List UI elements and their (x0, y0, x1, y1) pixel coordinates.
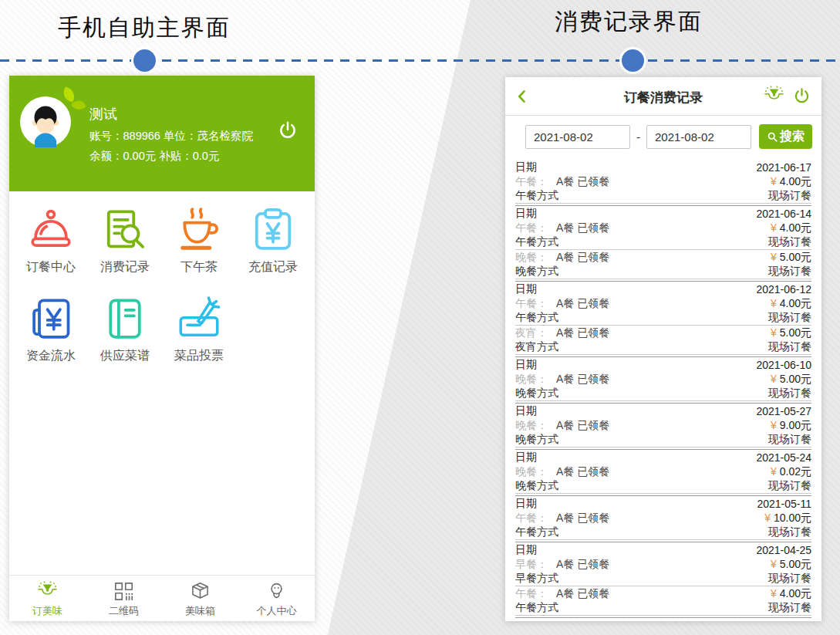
meal-description: A餐 已领餐 (556, 251, 609, 263)
menu-item-订餐中心[interactable]: 订餐中心 (14, 207, 88, 275)
meal-description: A餐 已领餐 (556, 465, 609, 478)
consumption-record: 日期2021-04-25早餐：A餐 已领餐¥5.00元早餐方式现场订餐午餐：A餐… (515, 542, 811, 618)
meal-info: 晚餐：A餐 已领餐 (515, 251, 609, 265)
user-balance-line: 余额：0.00元 补贴：0.0元 (89, 149, 219, 164)
amount-value: 4.00元 (780, 221, 811, 234)
meal-type-label: 午餐： (515, 297, 548, 309)
amount-value: 5.00元 (780, 326, 811, 339)
meal-info: 早餐：A餐 已领餐 (515, 558, 609, 572)
menu-item-充值记录[interactable]: 充值记录 (236, 207, 310, 275)
date-from-input[interactable] (525, 125, 630, 149)
ballot-carrot-icon (176, 296, 222, 342)
tab-二维码[interactable]: 二维码 (86, 581, 162, 621)
record-date-row: 日期2021-05-27 (515, 404, 811, 418)
date-to-input[interactable] (646, 125, 751, 149)
record-date-row: 日期2021-06-10 (515, 357, 811, 372)
date-search-row: - 搜索 (505, 116, 821, 157)
tab-美味箱[interactable]: 美味箱 (162, 581, 238, 621)
amount-value: 5.00元 (780, 373, 811, 385)
menu-item-资金流水[interactable]: 资金流水 (14, 296, 88, 364)
menu-item-label: 订餐中心 (26, 259, 76, 275)
method-value: 现场订餐 (768, 340, 811, 354)
clipboard-yuan-icon (250, 207, 296, 253)
tab-个人中心[interactable]: 个人中心 (238, 581, 315, 621)
meal-type-label: 晚餐： (515, 419, 548, 431)
meal-type-label: 午餐： (515, 221, 548, 234)
menu-grid: 订餐中心 消费记录 下午茶 充值记录 资金流水 供应菜谱 菜品投 (9, 191, 315, 364)
meal-info: 晚餐：A餐 已领餐 (515, 465, 609, 479)
consumption-record: 日期2021-06-17午餐：A餐 已领餐¥4.00元午餐方式现场订餐 (515, 160, 811, 206)
method-label: 晚餐方式 (515, 387, 558, 400)
method-value: 现场订餐 (768, 433, 811, 447)
leaf-decoration-icon (60, 86, 86, 114)
record-date-value: 2021-06-14 (756, 208, 811, 220)
record-meal-row: 晚餐：A餐 已领餐¥5.00元 (515, 372, 811, 387)
meal-amount: ¥4.00元 (771, 221, 811, 235)
main-screen-panel: 测试 账号：889966 单位：茂名检察院 余额：0.00元 补贴：0.0元 订… (9, 76, 315, 621)
consumption-record: 日期2021-06-10晚餐：A餐 已领餐¥5.00元晚餐方式现场订餐 (515, 357, 811, 404)
power-icon[interactable] (278, 120, 298, 140)
meal-amount: ¥5.00元 (771, 373, 811, 387)
meal-amount: ¥0.02元 (771, 465, 811, 479)
document-search-icon (102, 207, 148, 253)
record-meal-row: 夜宵：A餐 已领餐¥5.00元 (515, 326, 811, 340)
record-date-value: 2021-06-10 (756, 359, 811, 371)
tab-label: 二维码 (109, 604, 139, 618)
funnel-sparkle-icon (37, 581, 58, 602)
meal-amount: ¥5.00元 (771, 326, 811, 340)
cloche-icon (28, 207, 74, 253)
amount-value: 0.02元 (780, 465, 811, 478)
meal-description: A餐 已领餐 (556, 221, 609, 234)
amount-value: 4.00元 (780, 297, 811, 309)
screenshot-canvas: 手机自助主界面 消费记录界面 测试 账号：889966 单位：茂名检察院 余额：… (0, 0, 840, 635)
record-meal-row: 午餐：A餐 已领餐¥4.00元 (515, 296, 811, 311)
menu-item-label: 下午茶 (180, 259, 218, 275)
meal-description: A餐 已领餐 (556, 373, 609, 385)
meal-info: 晚餐：A餐 已领餐 (515, 373, 609, 387)
currency-symbol: ¥ (771, 373, 777, 385)
menu-item-label: 菜品投票 (174, 348, 224, 364)
currency-symbol: ¥ (771, 465, 777, 478)
method-value: 现场订餐 (768, 525, 811, 539)
record-method-row: 晚餐方式现场订餐 (515, 387, 811, 401)
record-meal-row: 早餐：A餐 已领餐¥5.00元 (515, 557, 811, 572)
meal-description: A餐 已领餐 (556, 587, 609, 600)
tab-label: 个人中心 (257, 604, 297, 618)
tab-订美味[interactable]: 订美味 (9, 581, 86, 621)
qr-icon (113, 581, 134, 602)
method-value: 现场订餐 (768, 479, 811, 493)
consumption-record: 日期2021-05-27晚餐：A餐 已领餐¥9.00元晚餐方式现场订餐 (515, 404, 811, 450)
record-meal-row: 午餐：A餐 已领餐¥4.00元 (515, 221, 811, 235)
record-date-value: 2021-06-12 (756, 283, 811, 296)
currency-symbol: ¥ (771, 419, 777, 431)
record-date-row: 日期2021-05-11 (515, 496, 811, 511)
meal-info: 午餐：A餐 已领餐 (515, 587, 609, 601)
menu-item-消费记录[interactable]: 消费记录 (88, 207, 162, 275)
meal-type-label: 早餐： (515, 558, 548, 570)
method-label: 午餐方式 (515, 189, 558, 203)
meal-description: A餐 已领餐 (556, 326, 609, 339)
search-button-label: 搜索 (780, 129, 805, 145)
meal-amount: ¥5.00元 (771, 251, 811, 265)
menu-item-label: 充值记录 (248, 259, 298, 275)
method-value: 现场订餐 (768, 387, 811, 400)
meal-info: 晚餐：A餐 已领餐 (515, 419, 609, 433)
annotation-dot-right (622, 49, 644, 72)
records-screen-panel: 订餐消费记录 - 搜索 日期2021-06-17午餐：A餐 已领餐¥4.00元午… (505, 77, 821, 621)
menu-item-label: 供应菜谱 (100, 348, 150, 364)
record-date-value: 2021-06-17 (756, 161, 811, 174)
funnel-sparkle-icon[interactable] (764, 86, 784, 106)
record-method-row: 午餐方式现场订餐 (515, 235, 811, 250)
menu-item-菜品投票[interactable]: 菜品投票 (162, 296, 236, 364)
menu-item-供应菜谱[interactable]: 供应菜谱 (88, 296, 162, 364)
records-header: 订餐消费记录 (505, 77, 821, 116)
method-value: 现场订餐 (768, 572, 811, 586)
currency-symbol: ¥ (771, 175, 777, 187)
search-button[interactable]: 搜索 (759, 124, 812, 149)
power-icon[interactable] (793, 87, 811, 105)
menu-item-下午茶[interactable]: 下午茶 (162, 207, 236, 275)
consumption-record: 日期2021-05-11午餐：A餐 已领餐¥10.00元午餐方式现场订餐 (515, 496, 811, 542)
record-method-row: 午餐方式现场订餐 (515, 189, 811, 204)
currency-symbol: ¥ (764, 512, 771, 524)
meal-info: 午餐：A餐 已领餐 (515, 175, 609, 189)
